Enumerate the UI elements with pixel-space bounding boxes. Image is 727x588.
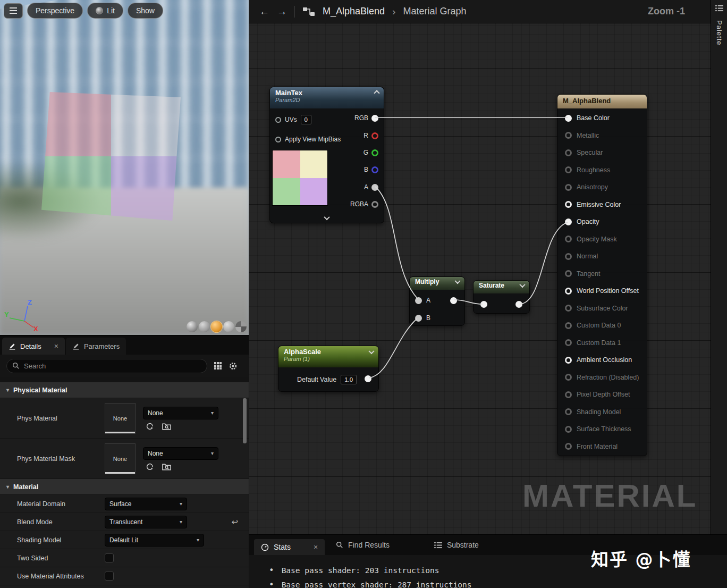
preview-shape-selected[interactable] xyxy=(211,321,222,332)
opacity-input-pin[interactable] xyxy=(565,219,572,225)
pin-row-tangent[interactable]: Tangent xyxy=(557,265,647,283)
custom-data-1-input-pin[interactable] xyxy=(565,339,572,346)
tangent-input-pin[interactable] xyxy=(565,270,572,277)
tab-parameters[interactable]: Parameters xyxy=(66,338,126,355)
gear-icon[interactable] xyxy=(229,362,238,371)
pin-row-specular[interactable]: Specular xyxy=(557,144,647,162)
base-color-input-pin[interactable] xyxy=(565,115,572,122)
palette-label[interactable]: Palette xyxy=(715,20,723,45)
pin-row-subsurface-color[interactable]: Subsurface Color xyxy=(557,300,647,317)
default-value-field[interactable]: 1.0 xyxy=(341,375,357,384)
g-output-pin[interactable] xyxy=(371,149,378,156)
section-physical-material[interactable]: ▾ Physical Material xyxy=(0,382,249,398)
front-material-input-pin[interactable] xyxy=(565,443,572,450)
use-selected-asset-icon[interactable] xyxy=(145,463,154,471)
perspective-button[interactable]: Perspective xyxy=(27,3,83,19)
material-preview-plane[interactable] xyxy=(41,89,181,223)
forward-arrow-icon[interactable]: → xyxy=(277,6,287,16)
pin-row-ambient-occlusion[interactable]: Ambient Occlusion xyxy=(557,351,647,369)
uvs-value-field[interactable]: 0 xyxy=(301,115,311,124)
subsurface-color-input-pin[interactable] xyxy=(565,305,572,312)
tab-substrate[interactable]: Substrate xyxy=(427,537,486,553)
two-sided-checkbox[interactable] xyxy=(105,553,114,562)
node-saturate-header[interactable]: Saturate xyxy=(474,281,529,293)
pin-row-shading-model[interactable]: Shading Model xyxy=(557,404,647,421)
phys-material-mask-dropdown[interactable]: None ▾ xyxy=(143,447,218,460)
pin-row-anisotropy[interactable]: Anisotropy xyxy=(557,179,647,196)
pin-row-custom-data-0[interactable]: Custom Data 0 xyxy=(557,317,647,334)
alphascale-output-pin[interactable] xyxy=(365,375,371,382)
roughness-input-pin[interactable] xyxy=(565,166,572,173)
anisotropy-input-pin[interactable] xyxy=(565,184,572,191)
pin-row-refraction[interactable]: Refraction (Disabled) xyxy=(557,369,647,387)
pin-row-custom-data-1[interactable]: Custom Data 1 xyxy=(557,334,647,352)
pin-row-world-position-offset[interactable]: World Position Offset xyxy=(557,282,647,300)
preview-shape-sphere-1[interactable] xyxy=(187,321,198,332)
node-result-m-alphablend[interactable]: M_AlphaBlend Base Color Metallic Specula… xyxy=(557,94,647,456)
blend-mode-dropdown[interactable]: Translucent ▾ xyxy=(105,516,187,528)
multiply-b-input-pin[interactable] xyxy=(415,315,422,322)
node-multiply-header[interactable]: Multiply xyxy=(410,277,464,290)
multiply-output-pin[interactable] xyxy=(450,297,457,304)
custom-data-0-input-pin[interactable] xyxy=(565,322,572,329)
saturate-output-pin[interactable] xyxy=(515,301,522,308)
emissive-color-input-pin[interactable] xyxy=(565,201,572,208)
preview-shape-sphere-2[interactable] xyxy=(199,321,210,332)
close-icon[interactable]: × xyxy=(54,342,58,350)
collapse-up-icon[interactable] xyxy=(374,90,379,96)
pin-row-opacity[interactable]: Opacity xyxy=(557,213,647,231)
search-input[interactable] xyxy=(24,362,201,370)
phys-material-dropdown[interactable]: None ▾ xyxy=(143,407,218,419)
r-output-pin[interactable] xyxy=(371,132,378,139)
b-output-pin[interactable] xyxy=(371,166,378,173)
reset-to-default-icon[interactable]: ↩ xyxy=(231,517,238,527)
display-filter-icon[interactable] xyxy=(214,362,222,370)
palette-icon[interactable] xyxy=(715,4,723,14)
phys-material-mask-thumbnail[interactable]: None xyxy=(105,443,136,474)
graph-grid[interactable] xyxy=(249,0,727,534)
opacity-mask-input-pin[interactable] xyxy=(565,236,572,242)
node-saturate[interactable]: Saturate xyxy=(473,280,530,314)
back-arrow-icon[interactable]: ← xyxy=(259,6,269,16)
pin-row-emissive-color[interactable]: Emissive Color xyxy=(557,196,647,214)
node-alphascale-header[interactable]: AlphaScale Param (1) xyxy=(278,346,378,367)
details-scrollbar[interactable] xyxy=(243,398,247,443)
breadcrumb-root[interactable]: M_AlphaBlend xyxy=(323,6,385,17)
rgb-output-pin[interactable] xyxy=(371,115,378,122)
node-maintex[interactable]: MainTex Param2D UVs 0 Apply View MipBias xyxy=(269,87,384,223)
pin-row-metallic[interactable]: Metallic xyxy=(557,127,647,145)
tab-details[interactable]: Details × xyxy=(2,338,65,355)
pin-row-normal[interactable]: Normal xyxy=(557,248,647,265)
preview-shape-custom[interactable] xyxy=(235,321,247,332)
lit-button[interactable]: Lit xyxy=(87,3,123,19)
node-multiply[interactable]: Multiply A B xyxy=(409,276,465,326)
world-position-offset-input-pin[interactable] xyxy=(565,288,572,295)
chevron-down-icon[interactable] xyxy=(368,348,374,354)
chevron-down-icon[interactable] xyxy=(519,282,525,288)
normal-input-pin[interactable] xyxy=(565,253,572,260)
node-maintex-header[interactable]: MainTex Param2D xyxy=(270,87,384,108)
chevron-down-icon[interactable] xyxy=(454,278,460,284)
pin-row-base-color[interactable]: Base Color xyxy=(557,110,647,127)
node-result-header[interactable]: M_AlphaBlend xyxy=(557,95,647,108)
pin-row-roughness[interactable]: Roughness xyxy=(557,162,647,179)
pixel-depth-offset-input-pin[interactable] xyxy=(565,391,572,398)
browse-asset-icon[interactable] xyxy=(162,423,171,430)
node-expand-footer[interactable] xyxy=(270,213,384,223)
multiply-a-input-pin[interactable] xyxy=(415,297,422,304)
metallic-input-pin[interactable] xyxy=(565,132,572,139)
preview-shape-sphere-4[interactable] xyxy=(223,321,234,332)
shading-model-dropdown[interactable]: Default Lit ▾ xyxy=(105,534,204,547)
surface-thickness-input-pin[interactable] xyxy=(565,426,572,433)
palette-sidebar-tab[interactable]: Palette xyxy=(711,0,727,534)
tab-stats[interactable]: Stats × xyxy=(254,539,325,555)
saturate-input-pin[interactable] xyxy=(480,301,487,308)
specular-input-pin[interactable] xyxy=(565,149,572,156)
tab-find-results[interactable]: Find Results xyxy=(329,537,396,553)
graph-hierarchy-icon[interactable] xyxy=(302,7,315,16)
pin-row-opacity-mask[interactable]: Opacity Mask xyxy=(557,231,647,248)
viewport-menu-button[interactable] xyxy=(4,3,23,19)
use-selected-asset-icon[interactable] xyxy=(145,423,154,430)
pin-row-pixel-depth-offset[interactable]: Pixel Depth Offset xyxy=(557,386,647,404)
material-domain-dropdown[interactable]: Surface ▾ xyxy=(105,498,187,510)
